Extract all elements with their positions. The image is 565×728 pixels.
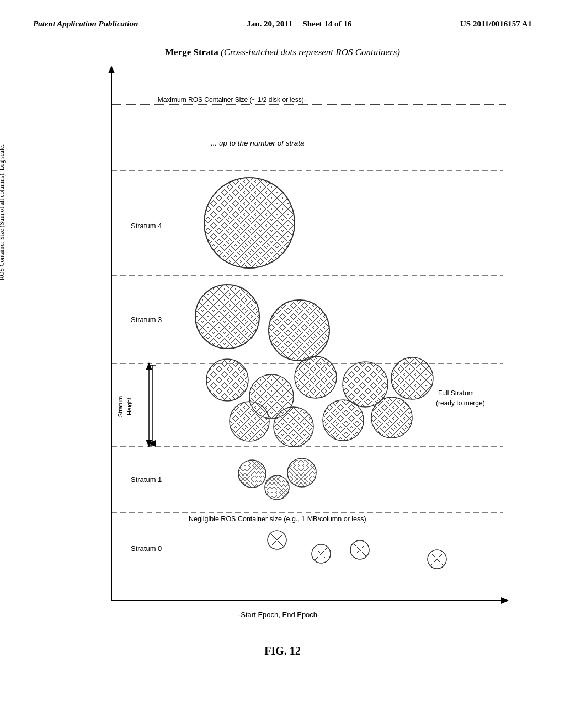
svg-point-33 — [323, 400, 364, 441]
figure-area: Merge Strata (Cross-hatched dots represe… — [34, 47, 531, 676]
svg-point-34 — [371, 397, 412, 438]
svg-point-43 — [265, 475, 289, 500]
svg-point-26 — [206, 359, 248, 401]
svg-point-23 — [195, 285, 259, 349]
svg-text:Negligible ROS Container size : Negligible ROS Container size (e.g., 1 M… — [189, 515, 366, 523]
svg-text:Stratum: Stratum — [117, 395, 124, 417]
svg-text:Stratum 3: Stratum 3 — [131, 315, 162, 324]
svg-text:-Start Epoch, End Epoch-: -Start Epoch, End Epoch- — [238, 611, 319, 619]
publication-label: Patent Application Publication — [33, 18, 138, 30]
svg-marker-12 — [501, 597, 509, 604]
svg-text:... up to the number of strata: ... up to the number of strata — [211, 139, 305, 147]
date-sheet: Jan. 20, 2011 Sheet 14 of 16 — [247, 18, 351, 30]
svg-text:Full Stratum: Full Stratum — [438, 389, 474, 397]
svg-text:Height: Height — [126, 398, 132, 415]
svg-point-28 — [295, 356, 337, 398]
figure-title: Merge Strata (Cross-hatched dots represe… — [34, 47, 531, 58]
svg-point-24 — [269, 300, 329, 361]
svg-point-30 — [391, 357, 433, 399]
pub-date: Jan. 20, 2011 — [247, 19, 292, 28]
svg-marker-10 — [108, 66, 115, 73]
svg-text:Stratum 4: Stratum 4 — [131, 222, 162, 230]
svg-point-32 — [274, 407, 313, 447]
svg-point-31 — [230, 402, 269, 441]
svg-point-21 — [204, 178, 295, 268]
page-header: Patent Application Publication Jan. 20, … — [0, 0, 565, 30]
diagram-svg: — — — — — -Maximum ROS Container Size (~… — [67, 60, 520, 634]
title-italic: (Cross-hatched dots represent ROS Contai… — [221, 47, 400, 57]
svg-text:(ready to merge): (ready to merge) — [436, 399, 485, 407]
svg-point-44 — [287, 458, 316, 487]
sheet-number: Sheet 14 of 16 — [302, 19, 351, 28]
figure-caption: FIG. 12 — [34, 645, 531, 657]
diagram: ROS Container Size (Sum of all columns).… — [34, 60, 531, 639]
svg-point-42 — [238, 460, 266, 488]
svg-text:— — — — — -Maximum ROS Contain: — — — — — -Maximum ROS Container Size (~… — [113, 96, 340, 104]
y-axis-label: ROS Container Size (Sum of all columns).… — [0, 268, 6, 280]
svg-text:Stratum 0: Stratum 0 — [131, 544, 162, 553]
title-bold: Merge Strata — [165, 47, 218, 57]
patent-number: US 2011/0016157 A1 — [460, 18, 532, 30]
svg-text:Stratum 1: Stratum 1 — [131, 475, 162, 484]
